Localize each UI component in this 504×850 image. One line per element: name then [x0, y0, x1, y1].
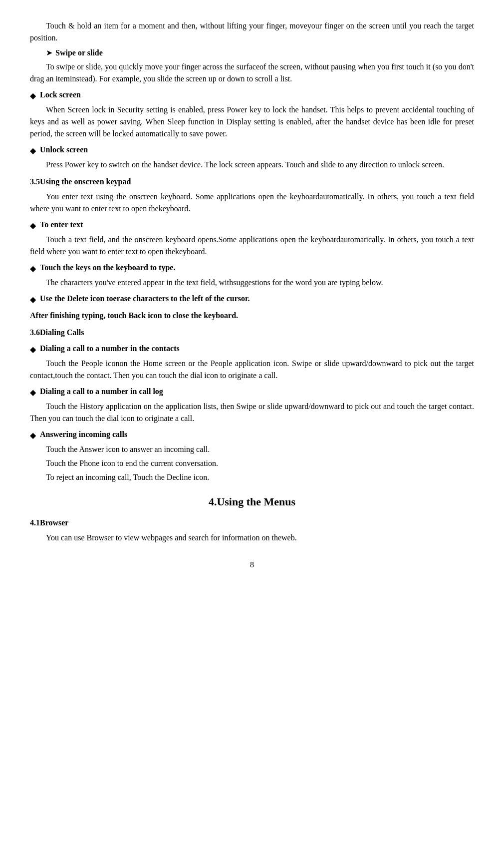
answering-line3: To reject an incoming call, Touch the De… — [46, 471, 474, 483]
touch-keys-item: ◆ Touch the keys on the keyboard to type… — [30, 262, 474, 275]
answering-line1: Touch the Answer icon to answer an incom… — [46, 443, 474, 455]
section-41-paragraph: You can use Browser to view webpages and… — [30, 532, 474, 544]
dial-contacts-label: Dialing a call to a number in the contac… — [40, 343, 180, 355]
unlock-screen-paragraph: Press Power key to switch on the handset… — [30, 159, 474, 171]
section-41-heading: 4.1Browser — [30, 517, 474, 529]
answering-line2: Touch the Phone icon to end the current … — [46, 457, 474, 469]
answering-item: ◆ Answering incoming calls — [30, 428, 474, 441]
touch-keys-paragraph: The characters you've entered appear in … — [30, 277, 474, 289]
to-enter-text-label: To enter text — [40, 219, 83, 231]
dial-calllog-paragraph: Touch the History application on the app… — [30, 401, 474, 425]
swipe-paragraph: To swipe or slide, you quickly move your… — [30, 61, 474, 85]
diamond-icon-touch-keys: ◆ — [30, 263, 36, 275]
section-35-heading: 3.5Using the onscreen keypad — [30, 176, 474, 188]
use-delete-item: ◆ Use the Delete icon toerase characters… — [30, 293, 474, 306]
to-enter-text-item: ◆ To enter text — [30, 219, 474, 232]
diamond-icon-unlock: ◆ — [30, 145, 36, 157]
dial-contacts-paragraph: Touch the People iconon the Home screen … — [30, 358, 474, 382]
intro-paragraph: Touch & hold an item for a moment and th… — [30, 20, 474, 44]
touch-keys-label: Touch the keys on the keyboard to type. — [40, 262, 175, 274]
diamond-icon-dial-calllog: ◆ — [30, 387, 36, 399]
answering-label: Answering incoming calls — [40, 428, 127, 440]
swipe-heading-container: ➤ Swipe or slide — [46, 47, 474, 59]
after-finishing-label: After finishing typing, touch Back icon … — [30, 310, 474, 322]
section-36-heading: 3.6Dialing Calls — [30, 327, 474, 339]
section-4-heading: 4.Using the Menus — [30, 493, 474, 510]
diamond-icon-lock: ◆ — [30, 90, 36, 102]
dial-calllog-item: ◆ Dialing a call to a number in call log — [30, 386, 474, 399]
diamond-icon-enter-text: ◆ — [30, 220, 36, 232]
unlock-screen-item: ◆ Unlock screen — [30, 144, 474, 157]
to-enter-text-paragraph: Touch a text field, and the onscreen key… — [30, 234, 474, 258]
unlock-screen-label: Unlock screen — [40, 144, 88, 156]
dial-calllog-label: Dialing a call to a number in call log — [40, 386, 163, 398]
lock-screen-paragraph: When Screen lock in Security setting is … — [30, 104, 474, 140]
lock-screen-item: ◆ Lock screen — [30, 89, 474, 102]
diamond-icon-delete: ◆ — [30, 294, 36, 306]
section-35-paragraph: You enter text using the onscreen keyboa… — [30, 191, 474, 215]
page-number: 8 — [30, 559, 474, 571]
arrow-icon: ➤ — [46, 47, 52, 59]
page-container: Touch & hold an item for a moment and th… — [30, 20, 474, 571]
swipe-heading-label: Swipe or slide — [55, 47, 103, 59]
diamond-icon-answering: ◆ — [30, 429, 36, 441]
lock-screen-label: Lock screen — [40, 89, 81, 101]
dial-contacts-item: ◆ Dialing a call to a number in the cont… — [30, 343, 474, 356]
diamond-icon-dial-contacts: ◆ — [30, 344, 36, 356]
use-delete-label: Use the Delete icon toerase characters t… — [40, 293, 250, 305]
